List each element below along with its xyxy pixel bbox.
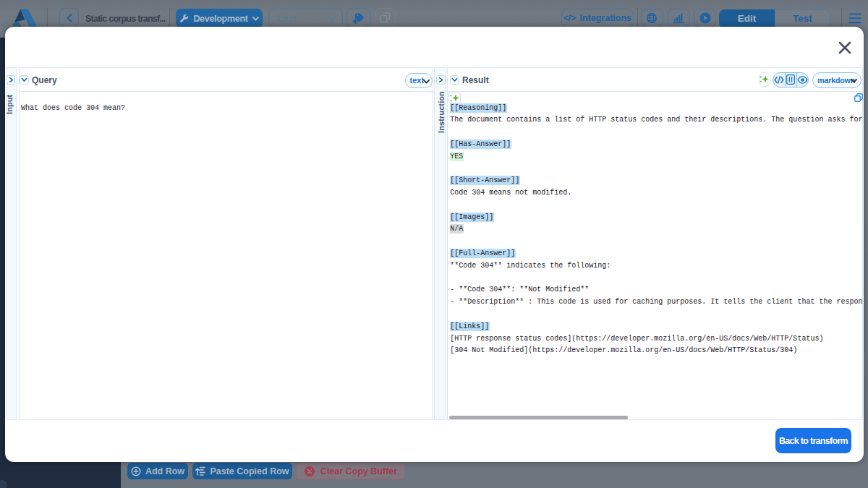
svg-text:R: R xyxy=(652,19,656,23)
